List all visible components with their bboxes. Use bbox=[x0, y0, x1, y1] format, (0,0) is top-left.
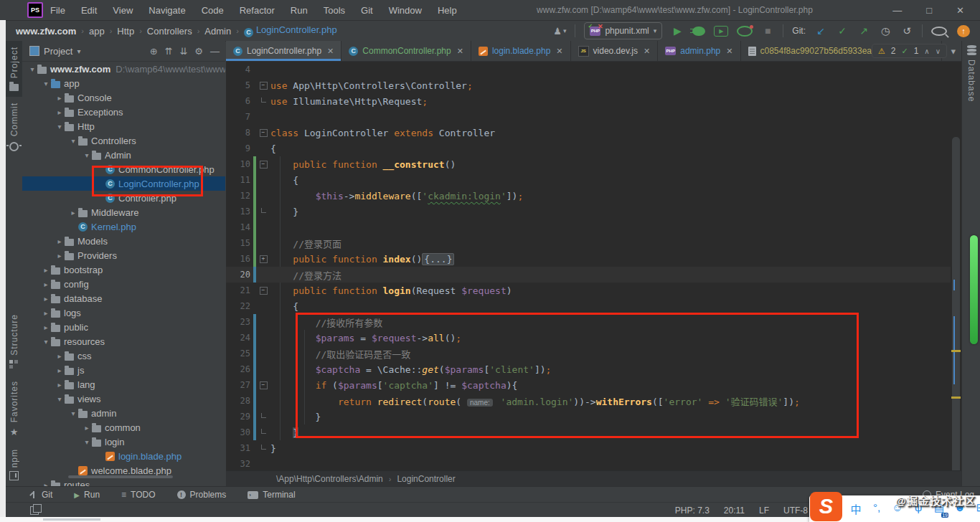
chevron-right-icon[interactable]: ▸ bbox=[55, 352, 65, 360]
chevron-right-icon[interactable]: ▸ bbox=[55, 381, 65, 389]
code-line-15[interactable]: 15 //登录页面 bbox=[226, 235, 951, 251]
tree-item-public[interactable]: ▸public bbox=[22, 320, 225, 334]
code-line-31[interactable]: 31} bbox=[226, 440, 951, 456]
tree-item-admin[interactable]: ▾Admin bbox=[22, 148, 225, 162]
fold-gutter[interactable]: − bbox=[256, 82, 270, 90]
profiler-button[interactable] bbox=[737, 26, 753, 37]
fold-gutter[interactable]: − bbox=[256, 129, 270, 137]
code-line-9[interactable]: 9{ bbox=[226, 141, 951, 156]
chevron-right-icon[interactable]: ▸ bbox=[41, 481, 51, 487]
chevron-down-icon[interactable]: ▾ bbox=[27, 65, 37, 73]
tree-item-http[interactable]: ▾Http bbox=[22, 119, 225, 133]
tree-item-bootstrap[interactable]: ▸bootstrap bbox=[22, 262, 225, 277]
fold-end-icon[interactable] bbox=[261, 413, 266, 418]
code-line-5[interactable]: 5−use App\Http\Controllers\Controller; bbox=[226, 77, 951, 93]
fold-end-icon[interactable] bbox=[261, 429, 266, 434]
chevron-down-icon[interactable]: ▾ bbox=[68, 409, 78, 417]
breadcrumb-item[interactable]: www.zfw.com bbox=[16, 26, 76, 37]
tool-button-todo[interactable]: ≡TODO bbox=[121, 490, 155, 500]
inspections-widget[interactable]: ⚠2 ✓1 ∧ ∨ bbox=[872, 44, 947, 58]
close-icon[interactable]: ✕ bbox=[556, 47, 562, 56]
code-line-14[interactable]: 14 bbox=[226, 219, 951, 235]
tree-item-login-blade-php[interactable]: login.blade.php bbox=[22, 449, 225, 463]
code-line-21[interactable]: 21− public function login(Request $reque… bbox=[226, 283, 951, 298]
commit-button[interactable]: ✓ bbox=[836, 24, 849, 38]
chevron-right-icon[interactable]: ▸ bbox=[41, 280, 51, 288]
tree-item-middleware[interactable]: ▸Middleware bbox=[22, 205, 225, 219]
coverage-button[interactable]: ▶ bbox=[714, 26, 728, 37]
tree-item-lang[interactable]: ▸lang bbox=[22, 377, 225, 392]
tool-button-run[interactable]: ▶Run bbox=[74, 490, 100, 500]
chevron-right-icon[interactable]: ▸ bbox=[41, 295, 51, 303]
code-line-6[interactable]: 6use Illuminate\Http\Request; bbox=[226, 93, 951, 109]
close-icon[interactable]: ✕ bbox=[644, 47, 650, 56]
push-button[interactable]: ↗ bbox=[857, 24, 870, 38]
tree-item-app[interactable]: ▾app bbox=[22, 76, 225, 90]
chevron-down-icon[interactable]: ▾ bbox=[82, 151, 92, 159]
ime-icon[interactable]: °, bbox=[870, 501, 883, 516]
menu-item-tools[interactable]: Tools bbox=[324, 5, 345, 16]
fold-collapse-icon[interactable]: − bbox=[260, 381, 268, 389]
tree-item-routes[interactable]: ▸routes bbox=[22, 478, 225, 486]
code-line-7[interactable]: 7 bbox=[226, 109, 951, 125]
tree-item-login[interactable]: ▾login bbox=[22, 435, 225, 449]
fold-gutter[interactable] bbox=[256, 447, 270, 450]
tool-button-favorites[interactable]: Favorites★ bbox=[6, 375, 22, 442]
fold-gutter[interactable] bbox=[256, 210, 270, 213]
chevron-down-icon[interactable]: ▾ bbox=[41, 338, 51, 346]
fold-gutter[interactable]: + bbox=[256, 255, 270, 263]
menu-item-run[interactable]: Run bbox=[291, 5, 308, 16]
chevron-right-icon[interactable]: ▸ bbox=[55, 237, 65, 245]
warning-stripe[interactable] bbox=[951, 397, 961, 399]
ime-icon[interactable]: 中 bbox=[849, 501, 862, 516]
menu-item-window[interactable]: Window bbox=[389, 5, 422, 16]
menu-item-view[interactable]: View bbox=[113, 5, 133, 16]
user-profile-button[interactable]: ♟▾ bbox=[553, 24, 566, 38]
run-button[interactable]: ▶ bbox=[671, 24, 684, 38]
tree-item-js[interactable]: ▸js bbox=[22, 363, 225, 377]
collapse-all-button[interactable]: ⇊ bbox=[179, 46, 187, 57]
tree-item-css[interactable]: ▸css bbox=[22, 348, 225, 363]
code-line-8[interactable]: 8−class LoginController extends Controll… bbox=[226, 125, 951, 141]
tool-button-structure[interactable]: Structure bbox=[6, 308, 22, 376]
debug-button[interactable] bbox=[692, 27, 705, 36]
tree-item-models[interactable]: ▸Models bbox=[22, 234, 225, 248]
tool-button-terminal[interactable]: ›Terminal bbox=[248, 490, 295, 500]
code-line-32[interactable]: 32 bbox=[226, 456, 951, 470]
code-line-22[interactable]: 22 { bbox=[226, 298, 951, 314]
chevron-right-icon[interactable]: ▸ bbox=[68, 209, 78, 217]
breadcrumb-item[interactable]: CLoginController.php bbox=[244, 24, 337, 37]
tab-login-blade-php[interactable]: login.blade.php✕ bbox=[471, 41, 571, 61]
caret-position[interactable]: 20:11 bbox=[724, 506, 745, 516]
tab-logincontroller-php[interactable]: CLoginController.php✕ bbox=[226, 41, 341, 61]
menu-item-refactor[interactable]: Refactor bbox=[240, 5, 275, 16]
chevron-right-icon[interactable]: ▸ bbox=[41, 266, 51, 274]
editor-scrollbar[interactable] bbox=[951, 62, 961, 470]
chevron-down-icon[interactable]: ▾ bbox=[82, 438, 92, 446]
tree-item-views[interactable]: ▾views bbox=[22, 392, 225, 406]
expand-all-button[interactable]: ⇈ bbox=[165, 46, 173, 57]
chevron-down-icon[interactable]: ▾ bbox=[55, 123, 65, 130]
fold-gutter[interactable] bbox=[256, 100, 270, 103]
tree-item-config[interactable]: ▸config bbox=[22, 277, 225, 291]
tree-item-kernel-php[interactable]: CKernel.php bbox=[22, 219, 225, 234]
hide-panel-button[interactable]: — bbox=[210, 46, 220, 57]
tool-button-npm[interactable]: npm bbox=[6, 443, 22, 486]
breadcrumb-item[interactable]: Controllers bbox=[147, 26, 192, 37]
editor-breadcrumb-item[interactable]: \App\Http\Controllers\Admin bbox=[276, 474, 383, 484]
chevron-right-icon[interactable]: ▸ bbox=[55, 252, 65, 260]
chevron-right-icon[interactable]: ▸ bbox=[55, 94, 65, 102]
chevron-right-icon[interactable]: ▸ bbox=[55, 108, 65, 116]
fold-end-icon[interactable] bbox=[261, 98, 266, 103]
code-line-20[interactable]: 20 //登录方法 bbox=[226, 267, 951, 283]
fold-expand-icon[interactable]: + bbox=[260, 255, 268, 263]
tree-item-providers[interactable]: ▸Providers bbox=[22, 248, 225, 262]
tool-button-commit[interactable]: Commit bbox=[6, 97, 22, 158]
close-icon[interactable]: ✕ bbox=[457, 47, 463, 56]
fold-end-icon[interactable] bbox=[261, 445, 266, 450]
close-icon[interactable]: ✕ bbox=[327, 47, 334, 56]
code-line-13[interactable]: 13 } bbox=[226, 204, 951, 219]
line-separator[interactable]: LF bbox=[759, 506, 769, 516]
tool-button-git[interactable]: Git bbox=[29, 490, 52, 500]
close-button[interactable]: ✕ bbox=[956, 5, 964, 16]
